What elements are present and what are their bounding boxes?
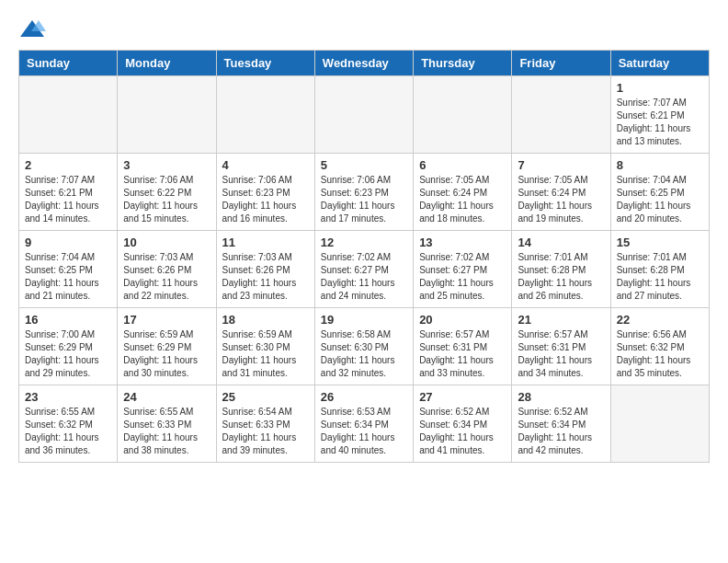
calendar-cell: 1Sunrise: 7:07 AM Sunset: 6:21 PM Daylig…: [610, 76, 709, 154]
calendar-cell: 25Sunrise: 6:54 AM Sunset: 6:33 PM Dayli…: [216, 385, 314, 463]
calendar-cell: 20Sunrise: 6:57 AM Sunset: 6:31 PM Dayli…: [414, 308, 512, 385]
day-header-monday: Monday: [118, 51, 216, 76]
day-info: Sunrise: 6:54 AM Sunset: 6:33 PM Dayligh…: [222, 406, 309, 457]
day-number: 23: [25, 390, 111, 404]
day-info: Sunrise: 7:03 AM Sunset: 6:26 PM Dayligh…: [222, 251, 309, 303]
week-row-1: 1Sunrise: 7:07 AM Sunset: 6:21 PM Daylig…: [19, 76, 710, 154]
day-info: Sunrise: 6:53 AM Sunset: 6:34 PM Dayligh…: [321, 406, 407, 457]
day-info: Sunrise: 6:58 AM Sunset: 6:30 PM Dayligh…: [321, 328, 407, 380]
day-number: 10: [123, 236, 210, 249]
day-number: 25: [222, 390, 309, 404]
day-number: 1: [617, 81, 703, 95]
day-info: Sunrise: 6:57 AM Sunset: 6:31 PM Dayligh…: [518, 328, 604, 380]
day-number: 15: [617, 236, 703, 249]
day-header-thursday: Thursday: [414, 51, 512, 76]
day-info: Sunrise: 7:02 AM Sunset: 6:27 PM Dayligh…: [419, 251, 506, 303]
calendar-cell: [216, 76, 314, 154]
day-header-wednesday: Wednesday: [314, 51, 413, 76]
day-header-saturday: Saturday: [610, 51, 709, 76]
calendar-cell: 10Sunrise: 7:03 AM Sunset: 6:26 PM Dayli…: [118, 231, 216, 308]
day-header-sunday: Sunday: [19, 51, 118, 76]
calendar-cell: 14Sunrise: 7:01 AM Sunset: 6:28 PM Dayli…: [512, 231, 610, 308]
day-number: 17: [123, 313, 210, 327]
calendar-cell: 19Sunrise: 6:58 AM Sunset: 6:30 PM Dayli…: [314, 308, 413, 385]
calendar-cell: [610, 385, 709, 463]
calendar: SundayMondayTuesdayWednesdayThursdayFrid…: [18, 50, 710, 463]
day-info: Sunrise: 6:59 AM Sunset: 6:30 PM Dayligh…: [222, 328, 309, 380]
calendar-cell: 24Sunrise: 6:55 AM Sunset: 6:33 PM Dayli…: [118, 385, 216, 463]
day-number: 16: [25, 313, 111, 327]
logo: [18, 18, 50, 40]
calendar-cell: 4Sunrise: 7:06 AM Sunset: 6:23 PM Daylig…: [216, 154, 314, 231]
day-header-friday: Friday: [512, 51, 610, 76]
calendar-cell: 27Sunrise: 6:52 AM Sunset: 6:34 PM Dayli…: [414, 385, 512, 463]
calendar-cell: [118, 76, 216, 154]
day-number: 21: [518, 313, 604, 327]
day-header-tuesday: Tuesday: [216, 51, 314, 76]
calendar-cell: [19, 76, 118, 154]
calendar-cell: 15Sunrise: 7:01 AM Sunset: 6:28 PM Dayli…: [610, 231, 709, 308]
day-info: Sunrise: 7:04 AM Sunset: 6:25 PM Dayligh…: [617, 174, 703, 225]
day-number: 26: [321, 390, 407, 404]
day-number: 24: [123, 390, 210, 404]
day-number: 12: [321, 236, 407, 249]
day-info: Sunrise: 6:55 AM Sunset: 6:33 PM Dayligh…: [123, 406, 210, 457]
day-info: Sunrise: 6:52 AM Sunset: 6:34 PM Dayligh…: [518, 406, 604, 457]
calendar-cell: [512, 76, 610, 154]
day-number: 13: [419, 236, 506, 249]
calendar-cell: 12Sunrise: 7:02 AM Sunset: 6:27 PM Dayli…: [314, 231, 413, 308]
day-number: 19: [321, 313, 407, 327]
day-number: 4: [222, 158, 309, 172]
day-number: 18: [222, 313, 309, 327]
calendar-cell: [414, 76, 512, 154]
day-info: Sunrise: 6:52 AM Sunset: 6:34 PM Dayligh…: [419, 406, 506, 457]
week-row-2: 2Sunrise: 7:07 AM Sunset: 6:21 PM Daylig…: [19, 154, 710, 231]
calendar-cell: 3Sunrise: 7:06 AM Sunset: 6:22 PM Daylig…: [118, 154, 216, 231]
day-number: 22: [617, 313, 703, 327]
calendar-cell: [314, 76, 413, 154]
day-info: Sunrise: 7:06 AM Sunset: 6:22 PM Dayligh…: [123, 174, 210, 225]
calendar-cell: 28Sunrise: 6:52 AM Sunset: 6:34 PM Dayli…: [512, 385, 610, 463]
day-number: 27: [419, 390, 506, 404]
day-info: Sunrise: 6:59 AM Sunset: 6:29 PM Dayligh…: [123, 328, 210, 380]
day-info: Sunrise: 7:01 AM Sunset: 6:28 PM Dayligh…: [617, 251, 703, 303]
day-number: 7: [518, 158, 604, 172]
calendar-cell: 16Sunrise: 7:00 AM Sunset: 6:29 PM Dayli…: [19, 308, 118, 385]
day-info: Sunrise: 7:06 AM Sunset: 6:23 PM Dayligh…: [222, 174, 309, 225]
day-info: Sunrise: 7:04 AM Sunset: 6:25 PM Dayligh…: [25, 251, 111, 303]
day-number: 28: [518, 390, 604, 404]
calendar-cell: 13Sunrise: 7:02 AM Sunset: 6:27 PM Dayli…: [414, 231, 512, 308]
day-number: 6: [419, 158, 506, 172]
calendar-cell: 11Sunrise: 7:03 AM Sunset: 6:26 PM Dayli…: [216, 231, 314, 308]
logo-icon: [18, 18, 46, 40]
day-info: Sunrise: 7:02 AM Sunset: 6:27 PM Dayligh…: [321, 251, 407, 303]
page-header: [18, 18, 710, 40]
day-info: Sunrise: 7:07 AM Sunset: 6:21 PM Dayligh…: [25, 174, 111, 225]
day-number: 8: [617, 158, 703, 172]
calendar-cell: 6Sunrise: 7:05 AM Sunset: 6:24 PM Daylig…: [414, 154, 512, 231]
day-number: 2: [25, 158, 111, 172]
day-info: Sunrise: 7:05 AM Sunset: 6:24 PM Dayligh…: [419, 174, 506, 225]
day-info: Sunrise: 7:05 AM Sunset: 6:24 PM Dayligh…: [518, 174, 604, 225]
day-info: Sunrise: 6:56 AM Sunset: 6:32 PM Dayligh…: [617, 328, 703, 380]
day-number: 3: [123, 158, 210, 172]
calendar-cell: 17Sunrise: 6:59 AM Sunset: 6:29 PM Dayli…: [118, 308, 216, 385]
day-number: 14: [518, 236, 604, 249]
calendar-cell: 8Sunrise: 7:04 AM Sunset: 6:25 PM Daylig…: [610, 154, 709, 231]
week-row-5: 23Sunrise: 6:55 AM Sunset: 6:32 PM Dayli…: [19, 385, 710, 463]
day-number: 20: [419, 313, 506, 327]
calendar-cell: 9Sunrise: 7:04 AM Sunset: 6:25 PM Daylig…: [19, 231, 118, 308]
calendar-cell: 22Sunrise: 6:56 AM Sunset: 6:32 PM Dayli…: [610, 308, 709, 385]
day-info: Sunrise: 7:07 AM Sunset: 6:21 PM Dayligh…: [617, 97, 703, 148]
day-number: 11: [222, 236, 309, 249]
calendar-cell: 2Sunrise: 7:07 AM Sunset: 6:21 PM Daylig…: [19, 154, 118, 231]
week-row-3: 9Sunrise: 7:04 AM Sunset: 6:25 PM Daylig…: [19, 231, 710, 308]
calendar-cell: 21Sunrise: 6:57 AM Sunset: 6:31 PM Dayli…: [512, 308, 610, 385]
day-number: 9: [25, 236, 111, 249]
week-row-4: 16Sunrise: 7:00 AM Sunset: 6:29 PM Dayli…: [19, 308, 710, 385]
calendar-cell: 18Sunrise: 6:59 AM Sunset: 6:30 PM Dayli…: [216, 308, 314, 385]
calendar-cell: 7Sunrise: 7:05 AM Sunset: 6:24 PM Daylig…: [512, 154, 610, 231]
calendar-cell: 23Sunrise: 6:55 AM Sunset: 6:32 PM Dayli…: [19, 385, 118, 463]
day-info: Sunrise: 7:03 AM Sunset: 6:26 PM Dayligh…: [123, 251, 210, 303]
day-info: Sunrise: 7:01 AM Sunset: 6:28 PM Dayligh…: [518, 251, 604, 303]
